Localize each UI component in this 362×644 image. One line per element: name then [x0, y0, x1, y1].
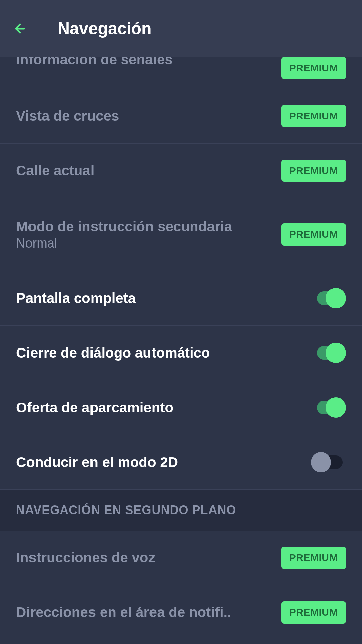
setting-text: Calle actual	[16, 163, 281, 179]
setting-label: Cierre de diálogo automático	[16, 345, 314, 361]
setting-row-voice-instructions[interactable]: Instrucciones de voz PREMIUM	[0, 531, 362, 585]
setting-text: Instrucciones de voz	[16, 550, 281, 566]
setting-row-fullscreen[interactable]: Pantalla completa	[0, 271, 362, 326]
setting-label: Conducir en el modo 2D	[16, 454, 314, 470]
setting-row-signal-info[interactable]: Información de señales PREMIUM	[0, 57, 362, 89]
setting-label: Modo de instrucción secundaria	[16, 219, 281, 235]
setting-sublabel: Normal	[16, 236, 281, 251]
setting-label: Oferta de aparcamiento	[16, 399, 314, 416]
settings-list: Información de señales PREMIUM Vista de …	[0, 57, 362, 644]
toggle-thumb	[326, 288, 346, 308]
premium-badge[interactable]: PREMIUM	[281, 57, 346, 79]
section-header-background-nav: NAVEGACIÓN EN SEGUNDO PLANO	[0, 490, 362, 531]
setting-text: Pantalla completa	[16, 290, 314, 306]
premium-badge[interactable]: PREMIUM	[281, 601, 346, 624]
setting-text: Vista de cruces	[16, 108, 281, 124]
setting-row-junction-view[interactable]: Vista de cruces PREMIUM	[0, 89, 362, 144]
setting-text: Información de señales	[16, 57, 281, 68]
setting-row-drive-2d[interactable]: Conducir en el modo 2D	[0, 435, 362, 490]
setting-text: Direcciones en el área de notifi..	[16, 604, 281, 621]
toggle-thumb	[326, 343, 346, 363]
toggle-parking[interactable]	[314, 397, 346, 418]
premium-badge[interactable]: PREMIUM	[281, 223, 346, 246]
setting-label: Información de señales	[16, 57, 281, 68]
page-title: Navegación	[58, 19, 152, 38]
toggle-thumb	[326, 397, 346, 418]
toggle-auto-close[interactable]	[314, 343, 346, 363]
premium-badge[interactable]: PREMIUM	[281, 160, 346, 182]
toggle-fullscreen[interactable]	[314, 288, 346, 308]
setting-text: Cierre de diálogo automático	[16, 345, 314, 361]
setting-row-parking-offer[interactable]: Oferta de aparcamiento	[0, 380, 362, 435]
setting-label: Instrucciones de voz	[16, 550, 281, 566]
back-arrow-icon[interactable]	[8, 18, 28, 39]
setting-label: Calle actual	[16, 163, 281, 179]
setting-text: Conducir en el modo 2D	[16, 454, 314, 470]
toggle-thumb	[311, 452, 331, 472]
setting-row-auto-close-dialog[interactable]: Cierre de diálogo automático	[0, 326, 362, 380]
setting-text: Oferta de aparcamiento	[16, 399, 314, 416]
setting-row-notification-directions[interactable]: Direcciones en el área de notifi.. PREMI…	[0, 585, 362, 640]
setting-label: Vista de cruces	[16, 108, 281, 124]
premium-badge[interactable]: PREMIUM	[281, 105, 346, 127]
header: Navegación	[0, 0, 362, 57]
setting-label: Pantalla completa	[16, 290, 314, 306]
setting-text: Modo de instrucción secundaria Normal	[16, 219, 281, 251]
setting-row-secondary-instruction[interactable]: Modo de instrucción secundaria Normal PR…	[0, 198, 362, 271]
setting-label: Direcciones en el área de notifi..	[16, 604, 267, 621]
premium-badge[interactable]: PREMIUM	[281, 547, 346, 569]
toggle-2d-mode[interactable]	[314, 452, 346, 472]
setting-row-current-street[interactable]: Calle actual PREMIUM	[0, 144, 362, 198]
